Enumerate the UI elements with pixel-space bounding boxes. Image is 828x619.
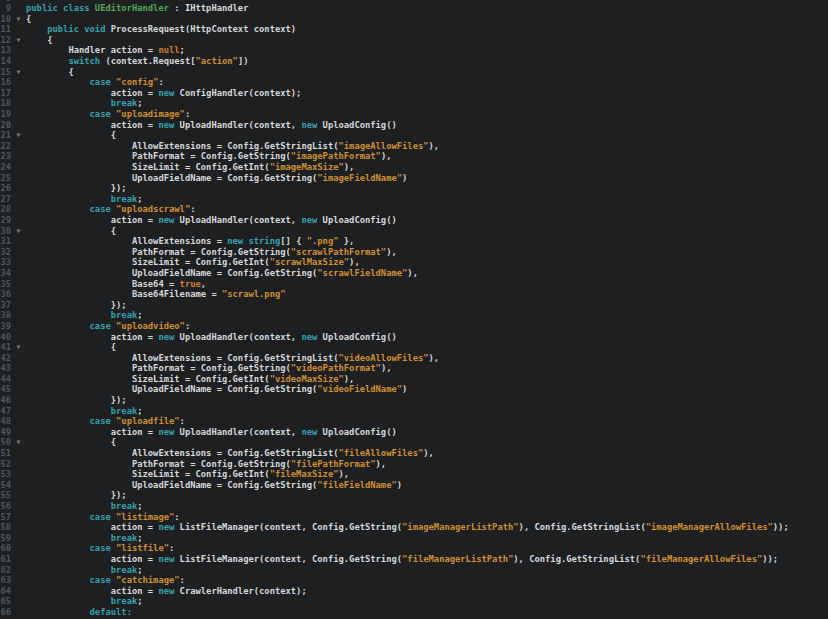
token-plain: : bbox=[180, 575, 185, 585]
code-text[interactable]: }); bbox=[26, 300, 127, 311]
code-text[interactable]: }); bbox=[26, 395, 127, 406]
fold-gutter-spacer bbox=[11, 215, 26, 226]
token-plain: CrawlerHandler(context); bbox=[174, 586, 306, 596]
code-text[interactable]: PathFormat = Config.GetString("imagePath… bbox=[26, 151, 391, 162]
code-text[interactable]: action = new CrawlerHandler(context); bbox=[26, 586, 307, 597]
code-text[interactable]: case "uploadscrawl": bbox=[26, 204, 196, 215]
code-text[interactable]: }); bbox=[26, 183, 127, 194]
fold-gutter-spacer bbox=[11, 151, 26, 162]
token-kw: case bbox=[90, 77, 111, 87]
code-text[interactable]: break; bbox=[26, 596, 143, 607]
code-text[interactable]: { bbox=[26, 437, 116, 448]
fold-arrow-icon[interactable]: ▼ bbox=[11, 14, 26, 25]
line-number: 40 bbox=[0, 332, 11, 343]
code-line: 64 action = new CrawlerHandler(context); bbox=[0, 586, 828, 597]
code-line: 40 action = new UploadHandler(context, n… bbox=[0, 332, 828, 343]
code-text[interactable]: { bbox=[26, 14, 31, 25]
code-text[interactable]: break; bbox=[26, 533, 143, 544]
token-plain: AllowExtensions = Config.GetStringList( bbox=[132, 448, 339, 458]
code-text[interactable]: UploadFieldName = Config.GetString("imag… bbox=[26, 173, 407, 184]
code-text[interactable]: AllowExtensions = Config.GetStringList("… bbox=[26, 448, 434, 459]
line-number: 10 bbox=[0, 14, 11, 25]
code-text[interactable]: SizeLimit = Config.GetInt("videoMaxSize"… bbox=[26, 374, 354, 385]
code-text[interactable]: SizeLimit = Config.GetInt("fileMaxSize")… bbox=[26, 469, 349, 480]
code-text[interactable]: PathFormat = Config.GetString("scrawlPat… bbox=[26, 247, 397, 258]
code-text[interactable]: SizeLimit = Config.GetInt("scrawlMaxSize… bbox=[26, 257, 360, 268]
code-text[interactable]: switch (context.Request["action"]) bbox=[26, 56, 248, 67]
code-line: 10▼{ bbox=[0, 14, 828, 25]
code-text[interactable]: public class UEditorHandler : IHttpHandl… bbox=[26, 3, 248, 14]
code-text[interactable]: Base64 = true, bbox=[26, 279, 206, 290]
token-plain: action = bbox=[111, 215, 159, 225]
code-text[interactable]: AllowExtensions = Config.GetStringList("… bbox=[26, 141, 439, 152]
code-text[interactable]: action = new ListFileManager(context, Co… bbox=[26, 554, 778, 565]
line-number: 31 bbox=[0, 236, 11, 247]
line-number: 52 bbox=[0, 459, 11, 470]
code-text[interactable]: UploadFieldName = Config.GetString("vide… bbox=[26, 384, 407, 395]
code-text[interactable]: case "listimage": bbox=[26, 512, 180, 523]
token-str: "scrawlFieldName" bbox=[317, 268, 407, 278]
code-text[interactable]: action = new UploadHandler(context, new … bbox=[26, 215, 397, 226]
token-plain: PathFormat = Config.GetString( bbox=[132, 459, 291, 469]
fold-gutter-spacer bbox=[11, 554, 26, 565]
code-text[interactable]: { bbox=[26, 35, 52, 46]
code-text[interactable]: PathFormat = Config.GetString("filePathF… bbox=[26, 459, 386, 470]
code-text[interactable]: case "listfile": bbox=[26, 543, 174, 554]
code-text[interactable]: break; bbox=[26, 98, 143, 109]
code-text[interactable]: PathFormat = Config.GetString("videoPath… bbox=[26, 363, 391, 374]
fold-gutter-spacer bbox=[11, 289, 26, 300]
code-text[interactable]: break; bbox=[26, 194, 143, 205]
fold-arrow-icon[interactable]: ▼ bbox=[11, 130, 26, 141]
code-text[interactable]: }); bbox=[26, 490, 127, 501]
code-text[interactable]: Handler action = null; bbox=[26, 45, 185, 56]
fold-gutter-spacer bbox=[11, 279, 26, 290]
code-text[interactable]: SizeLimit = Config.GetInt("imageMaxSize"… bbox=[26, 162, 354, 173]
code-text[interactable]: break; bbox=[26, 310, 143, 321]
token-plain: UploadConfig() bbox=[317, 120, 396, 130]
line-number: 18 bbox=[0, 98, 11, 109]
code-text[interactable]: { bbox=[26, 67, 74, 78]
code-text[interactable]: public void ProcessRequest(HttpContext c… bbox=[26, 24, 296, 35]
code-text[interactable]: { bbox=[26, 342, 116, 353]
code-text[interactable]: action = new ListFileManager(context, Co… bbox=[26, 522, 789, 533]
code-text[interactable]: { bbox=[26, 226, 116, 237]
code-text[interactable]: default: bbox=[26, 607, 132, 618]
token-plain: PathFormat = Config.GetString( bbox=[132, 363, 291, 373]
code-text[interactable]: case "uploadvideo": bbox=[26, 321, 190, 332]
code-text[interactable]: action = new UploadHandler(context, new … bbox=[26, 120, 397, 131]
line-number: 51 bbox=[0, 448, 11, 459]
code-text[interactable]: action = new UploadHandler(context, new … bbox=[26, 332, 397, 343]
token-plain: UploadFieldName = Config.GetString( bbox=[132, 384, 317, 394]
code-text[interactable]: break; bbox=[26, 501, 143, 512]
code-text[interactable]: UploadFieldName = Config.GetString("file… bbox=[26, 480, 402, 491]
fold-arrow-icon[interactable]: ▼ bbox=[11, 35, 26, 46]
code-text[interactable]: case "uploadimage": bbox=[26, 109, 190, 120]
code-text[interactable]: { bbox=[26, 130, 116, 141]
token-plain: { bbox=[26, 14, 31, 24]
fold-gutter-spacer bbox=[11, 247, 26, 258]
code-text[interactable]: break; bbox=[26, 406, 143, 417]
token-plain: ListFileManager(context, Config.GetStrin… bbox=[174, 522, 402, 532]
fold-gutter-spacer bbox=[11, 310, 26, 321]
code-text[interactable]: AllowExtensions = new string[] { ".png" … bbox=[26, 236, 354, 247]
code-text[interactable]: case "catchimage": bbox=[26, 575, 185, 586]
fold-arrow-icon[interactable]: ▼ bbox=[11, 67, 26, 78]
fold-arrow-icon[interactable]: ▼ bbox=[11, 342, 26, 353]
fold-arrow-icon[interactable]: ▼ bbox=[11, 437, 26, 448]
code-text[interactable]: break; bbox=[26, 565, 143, 576]
line-number: 27 bbox=[0, 194, 11, 205]
code-text[interactable]: UploadFieldName = Config.GetString("scra… bbox=[26, 268, 418, 279]
code-text[interactable]: case "config": bbox=[26, 77, 164, 88]
code-text[interactable]: action = new UploadHandler(context, new … bbox=[26, 427, 397, 438]
code-text[interactable]: action = new ConfigHandler(context); bbox=[26, 88, 301, 99]
code-line: 44 SizeLimit = Config.GetInt("videoMaxSi… bbox=[0, 374, 828, 385]
token-plain: { bbox=[47, 35, 52, 45]
code-text[interactable]: case "uploadfile": bbox=[26, 416, 185, 427]
code-text[interactable]: AllowExtensions = Config.GetStringList("… bbox=[26, 353, 439, 364]
code-editor[interactable]: 89public class UEditorHandler : IHttpHan… bbox=[0, 0, 828, 619]
token-plain: action = bbox=[111, 554, 159, 564]
fold-arrow-icon[interactable]: ▼ bbox=[11, 226, 26, 237]
code-text[interactable]: Base64Filename = "scrawl.png" bbox=[26, 289, 286, 300]
token-plain: PathFormat = Config.GetString( bbox=[132, 151, 291, 161]
code-line: 17 action = new ConfigHandler(context); bbox=[0, 88, 828, 99]
